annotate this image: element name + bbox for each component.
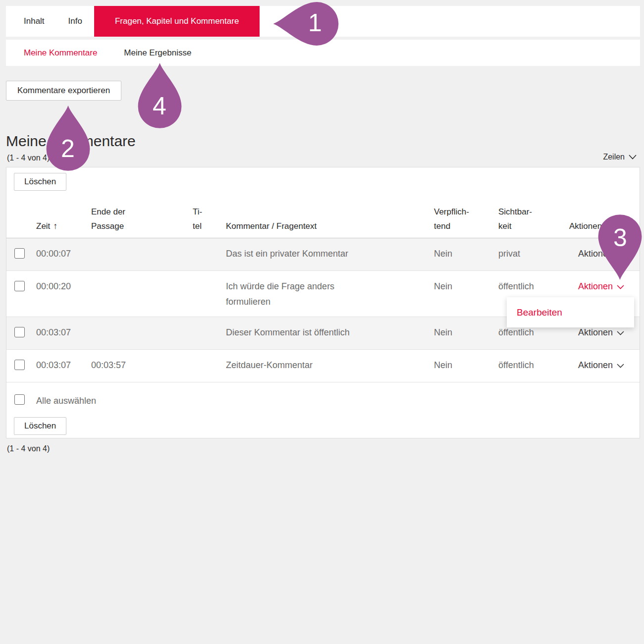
menu-item-bearbeiten[interactable]: Bearbeiten bbox=[507, 307, 562, 318]
table-row: 00:00:07 Das ist ein privater Kommentar … bbox=[6, 238, 640, 271]
actions-dropdown-menu: Bearbeiten bbox=[507, 297, 634, 327]
export-comments-button[interactable]: Kommentare exportieren bbox=[6, 81, 121, 101]
row-checkbox[interactable] bbox=[14, 360, 25, 370]
chevron-down-icon bbox=[617, 246, 624, 262]
chevron-down-icon bbox=[617, 279, 624, 294]
subtab-meine-kommentare[interactable]: Meine Kommentare bbox=[24, 48, 97, 58]
cell-passage-end: 00:03:57 bbox=[91, 358, 193, 373]
sub-tab-bar: Meine Kommentare Meine Ergebnisse bbox=[6, 40, 640, 66]
cell-comment: Dieser Kommentar ist öffentlich bbox=[226, 325, 375, 340]
cell-time: 00:03:07 bbox=[36, 358, 91, 373]
actions-dropdown[interactable]: Aktionen bbox=[569, 358, 640, 373]
annotation-marker-4 bbox=[134, 62, 186, 130]
page: { "tabs": { "items": [ {"label": "Inhalt… bbox=[0, 0, 644, 644]
page-title: Meine Kommentare bbox=[6, 133, 136, 150]
row-checkbox[interactable] bbox=[14, 327, 25, 337]
delete-selected-button-bottom[interactable]: Löschen bbox=[14, 417, 66, 435]
tab-info[interactable]: Info bbox=[56, 6, 94, 37]
cell-comment: Zeitdauer-Kommentar bbox=[226, 358, 375, 373]
select-all-checkbox[interactable] bbox=[14, 394, 25, 405]
cell-time: 00:00:07 bbox=[36, 246, 91, 262]
tab-inhalt[interactable]: Inhalt bbox=[12, 6, 56, 37]
column-header-passage-end: Ende der Passage bbox=[91, 205, 193, 233]
row-checkbox[interactable] bbox=[14, 248, 25, 259]
cell-mandatory: Nein bbox=[434, 358, 498, 373]
annotation-number-4: 4 bbox=[153, 94, 166, 118]
cell-comment: Das ist ein privater Kommentar bbox=[226, 246, 375, 262]
select-all-row: Alle auswählen bbox=[6, 382, 640, 413]
result-count-top: (1 - 4 von 4) bbox=[7, 154, 50, 162]
column-header-time[interactable]: Zeit↑ bbox=[36, 205, 91, 233]
chevron-down-icon bbox=[629, 153, 637, 161]
rows-dropdown[interactable]: Zeilen bbox=[603, 153, 637, 161]
table-row: 00:03:07 00:03:57 Zeitdauer-Kommentar Ne… bbox=[6, 350, 640, 382]
primary-tab-bar: Inhalt Info Fragen, Kapitel und Kommenta… bbox=[6, 6, 640, 37]
select-all-label: Alle auswählen bbox=[36, 393, 434, 409]
cell-comment: Ich würde die Frage anders formulieren bbox=[226, 279, 375, 310]
row-checkbox[interactable] bbox=[14, 281, 25, 291]
chevron-down-icon bbox=[617, 358, 624, 373]
cell-mandatory: Nein bbox=[434, 279, 498, 294]
cell-visibility: privat bbox=[498, 246, 569, 262]
cell-visibility: öffentlich bbox=[498, 279, 569, 294]
column-header-actions: Aktionen bbox=[569, 219, 640, 233]
result-count-bottom: (1 - 4 von 4) bbox=[7, 444, 50, 453]
column-header-mandatory: Verpflich- tend bbox=[434, 205, 498, 233]
cell-mandatory: Nein bbox=[434, 325, 498, 340]
column-header-comment: Kommentar / Fragentext bbox=[226, 219, 434, 233]
sort-ascending-icon: ↑ bbox=[53, 221, 57, 231]
column-header-visibility: Sichtbar- keit bbox=[498, 205, 569, 233]
actions-dropdown[interactable]: Aktionen bbox=[569, 246, 640, 262]
cell-visibility: öffentlich bbox=[498, 358, 569, 373]
delete-selected-button-top[interactable]: Löschen bbox=[14, 173, 66, 191]
column-header-title: Ti- tel bbox=[193, 205, 226, 233]
actions-dropdown-open[interactable]: Aktionen bbox=[569, 279, 640, 294]
rows-dropdown-label: Zeilen bbox=[603, 153, 625, 161]
cell-time: 00:03:07 bbox=[36, 325, 91, 340]
tab-fragen-kapitel-kommentare[interactable]: Fragen, Kapitel und Kommentare bbox=[94, 6, 260, 37]
cell-time: 00:00:20 bbox=[36, 279, 91, 294]
cell-mandatory: Nein bbox=[434, 246, 498, 262]
subtab-meine-ergebnisse[interactable]: Meine Ergebnisse bbox=[124, 48, 191, 58]
table-header-row: Zeit↑ Ende der Passage Ti- tel Kommentar… bbox=[6, 196, 640, 238]
